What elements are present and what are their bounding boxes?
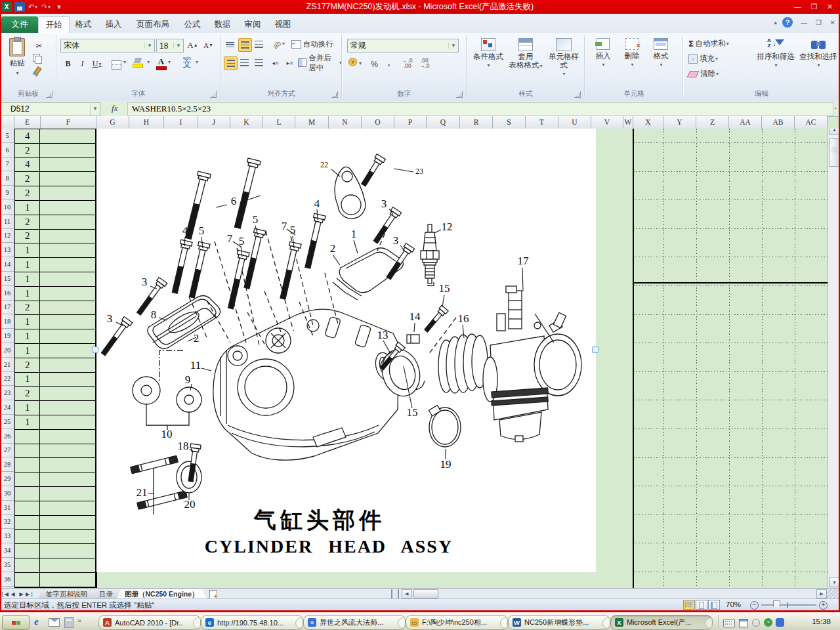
cell-E14[interactable]: 1 — [15, 258, 40, 272]
app-tray-icon[interactable] — [776, 618, 784, 627]
zoom-in-icon[interactable]: + — [819, 601, 828, 610]
number-format-combo[interactable]: 常规▼ — [347, 39, 459, 52]
column-header-O[interactable]: O — [362, 116, 394, 129]
cell-F29[interactable] — [40, 472, 96, 487]
cell-E12[interactable]: 2 — [15, 230, 40, 244]
cell-F12[interactable] — [40, 230, 96, 244]
sheet-tab-签字页和说明[interactable]: 签字页和说明 — [38, 589, 95, 599]
prev-sheet-icon[interactable]: ◀ — [9, 591, 17, 597]
chevron-down-icon[interactable]: ▾ — [123, 59, 126, 65]
cell-F36[interactable] — [40, 573, 96, 587]
column-header-U[interactable]: U — [558, 116, 591, 129]
row-header-14[interactable]: 14 — [0, 257, 14, 272]
align-left-icon[interactable] — [224, 56, 238, 70]
taskbar-button-word[interactable]: WNC250新增蝶形垫... — [508, 615, 610, 630]
fill-button[interactable]: ↓ 填充▾ — [688, 52, 718, 65]
sheet-tab-目录[interactable]: 目录 — [91, 589, 121, 599]
format-as-table-button[interactable]: 套用 表格格式▾ — [507, 38, 544, 70]
cell-F6[interactable] — [40, 144, 96, 158]
cell-F19[interactable] — [40, 329, 96, 344]
cell-E22[interactable]: 1 — [15, 373, 40, 387]
cell-F28[interactable] — [40, 458, 96, 472]
column-header-Y[interactable]: Y — [663, 116, 696, 129]
column-header-M[interactable]: M — [295, 116, 329, 129]
next-sheet-icon[interactable]: ▶ — [17, 591, 26, 597]
ribbon-tab-公式[interactable]: 公式 — [177, 16, 207, 33]
column-header-Q[interactable]: Q — [427, 116, 460, 129]
cell-F17[interactable] — [40, 301, 96, 316]
scroll-left-icon[interactable]: ◀ — [402, 589, 412, 598]
workbook-minimize-icon[interactable]: — — [801, 19, 807, 26]
cell-E17[interactable]: 2 — [15, 301, 40, 316]
restore-button[interactable]: ❐ — [807, 2, 821, 12]
row-header-21[interactable]: 21 — [0, 358, 14, 372]
cell-E34[interactable] — [15, 544, 40, 558]
align-top-icon[interactable] — [224, 38, 236, 51]
italic-button[interactable]: I — [76, 58, 89, 70]
zoom-slider-track[interactable] — [761, 604, 816, 606]
cell-E18[interactable]: 1 — [15, 315, 40, 329]
chevron-down-icon[interactable]: ▾ — [359, 60, 362, 66]
cell-E31[interactable] — [15, 501, 40, 516]
fill-color-button[interactable] — [133, 58, 144, 68]
calculator-quicklaunch-icon[interactable] — [64, 617, 74, 628]
sheet-tab-图册（NC250 Engine）[interactable]: 图册（NC250 Engine） — [117, 589, 207, 599]
row-header-15[interactable]: 15 — [0, 272, 14, 286]
column-header-G[interactable]: G — [96, 116, 129, 129]
picture-resize-handle-left[interactable] — [92, 346, 98, 353]
insert-worksheet-tab[interactable]: ✦ — [209, 590, 224, 598]
column-header-E[interactable]: E — [14, 116, 41, 129]
paste-button[interactable]: 粘贴▾ — [5, 38, 29, 76]
cell-E19[interactable]: 1 — [15, 329, 40, 344]
row-header-27[interactable]: 27 — [0, 444, 14, 458]
align-right-icon[interactable] — [253, 56, 265, 69]
cell-F27[interactable] — [40, 444, 96, 459]
taskbar-button-folder[interactable]: ▭F:\陶少坤\nc250相... — [406, 615, 508, 630]
quicklaunch-overflow-icon[interactable]: » — [77, 616, 81, 624]
cell-F8[interactable] — [40, 172, 96, 186]
ribbon-tab-审阅[interactable]: 审阅 — [238, 16, 268, 33]
chevron-down-icon[interactable]: ▾ — [196, 59, 198, 65]
row-header-25[interactable]: 25 — [0, 415, 14, 429]
column-header-AA[interactable]: AA — [729, 116, 762, 129]
row-header-36[interactable]: 36 — [0, 572, 14, 587]
cell-E15[interactable]: 1 — [15, 272, 40, 287]
decrease-decimal-icon[interactable]: .00→.0 — [419, 58, 430, 68]
shrink-font-button[interactable]: A▼ — [202, 39, 215, 51]
normal-view-button[interactable] — [683, 600, 695, 610]
borders-icon[interactable] — [112, 60, 121, 70]
row-header-17[interactable]: 17 — [0, 301, 14, 315]
column-header-R[interactable]: R — [460, 116, 493, 129]
column-header-H[interactable]: H — [129, 116, 164, 129]
ribbon-tab-页面布局[interactable]: 页面布局 — [129, 16, 177, 33]
start-button[interactable] — [2, 615, 30, 630]
cell-E28[interactable] — [15, 458, 40, 472]
row-header-31[interactable]: 31 — [0, 501, 14, 515]
align-middle-icon[interactable] — [238, 38, 252, 52]
find-select-button[interactable]: 查找和选择▾ — [799, 38, 838, 70]
column-header-S[interactable]: S — [493, 116, 526, 129]
cell-E20[interactable]: 1 — [15, 344, 40, 358]
column-header-L[interactable]: L — [263, 116, 295, 129]
row-header-26[interactable]: 26 — [0, 429, 14, 444]
row-header-13[interactable]: 13 — [0, 243, 14, 257]
cell-F31[interactable] — [40, 501, 96, 516]
chevron-down-icon[interactable]: ▾ — [282, 41, 285, 47]
cell-F21[interactable] — [40, 358, 96, 373]
cell-E26[interactable] — [15, 430, 40, 444]
formula-input[interactable]: WASHER10.5×2.5×23 — [127, 102, 833, 116]
cell-F25[interactable] — [40, 415, 96, 430]
resize-grip[interactable] — [827, 589, 840, 598]
row-header-24[interactable]: 24 — [0, 400, 14, 415]
taskbar-button-book[interactable]: ≡异世之风流大法师... — [303, 615, 406, 630]
cell-F26[interactable] — [40, 430, 96, 444]
name-box[interactable]: D512 ▼ — [1, 102, 100, 116]
cell-F13[interactable] — [40, 243, 96, 258]
cell-E32[interactable] — [15, 516, 40, 530]
cell-F7[interactable] — [40, 158, 96, 173]
column-header-I[interactable]: I — [164, 116, 198, 129]
row-header-23[interactable]: 23 — [0, 386, 14, 400]
cell-E29[interactable] — [15, 472, 40, 487]
close-button[interactable]: ✕ — [823, 2, 837, 12]
minimize-button[interactable]: — — [791, 2, 805, 12]
